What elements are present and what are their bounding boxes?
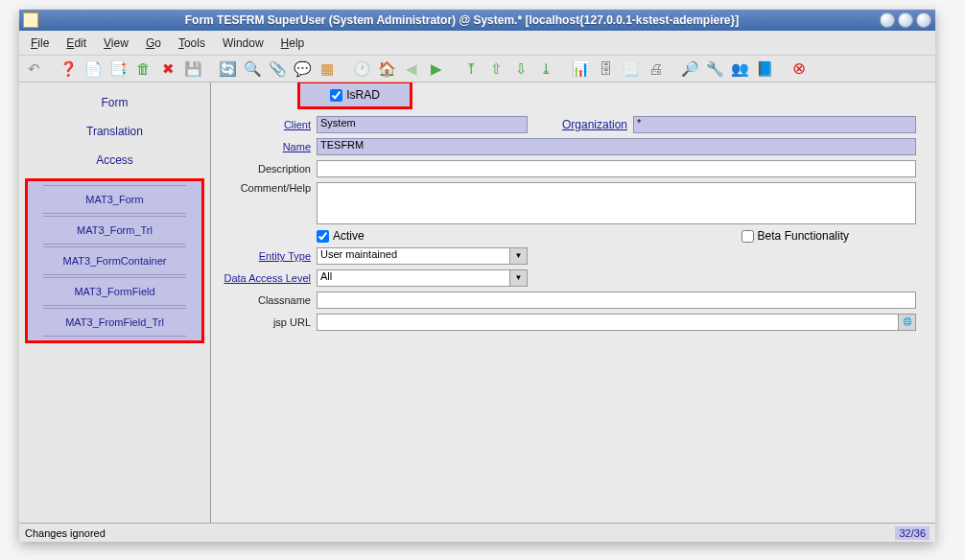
toolbar: ↶ ❓ 📄 📑 🗑 ✖ 💾 🔄 🔍 📎 💬 ▦ 🕐 🏠 ◀ ▶ ⤒ ⇧ ⇩ ⤓ … (19, 56, 935, 82)
description-field[interactable] (317, 160, 916, 177)
sidebar-item[interactable]: MAT3_Form_Trl (43, 216, 186, 245)
maximize-button[interactable] (898, 12, 913, 28)
exit-icon[interactable]: ⊗ (788, 58, 810, 80)
comment-field[interactable] (317, 182, 916, 224)
globe-icon[interactable]: 🌐 (899, 314, 916, 331)
chevron-down-icon[interactable]: ▼ (510, 269, 528, 287)
delete-icon[interactable]: 🗑 (132, 58, 153, 80)
record-counter: 32/36 (895, 526, 930, 540)
israd-label: IsRAD (346, 88, 380, 102)
print-preview-icon[interactable]: 📃 (620, 58, 641, 80)
client-label: Client (211, 119, 317, 130)
menu-help[interactable]: Help (273, 34, 313, 53)
description-label: Description (211, 163, 317, 175)
client-field[interactable]: System (317, 116, 528, 133)
first-icon[interactable]: ⤒ (460, 58, 482, 80)
close-button[interactable] (916, 12, 931, 28)
refresh-icon[interactable]: 🔄 (217, 58, 238, 80)
attach-icon[interactable]: 📎 (267, 58, 288, 80)
tab-translation[interactable]: Translation (19, 117, 210, 146)
new-icon[interactable]: 📄 (82, 58, 104, 80)
entity-type-select[interactable]: User maintained (317, 247, 510, 265)
tab-form[interactable]: Form (19, 88, 210, 117)
last-icon[interactable]: ⤓ (535, 58, 556, 80)
undo-icon[interactable]: ↶ (23, 58, 44, 80)
report-icon[interactable]: 📊 (570, 58, 591, 80)
statusbar: Changes ignored 32/36 (19, 523, 935, 542)
requests-icon[interactable]: 👥 (729, 58, 750, 80)
archive-icon[interactable]: 🗄 (595, 58, 616, 80)
titlebar: Form TESFRM SuperUser (System Administra… (19, 10, 935, 31)
comment-label: Comment/Help (211, 182, 317, 194)
sidebar-item[interactable]: MAT3_FromField_Trl (43, 308, 186, 337)
highlight-box-israd: IsRAD (297, 82, 412, 109)
beta-label: Beta Functionality (758, 229, 849, 243)
delete-x-icon[interactable]: ✖ (157, 58, 178, 80)
name-label: Name (211, 141, 317, 152)
product-icon[interactable]: 📘 (754, 58, 775, 80)
grid-icon[interactable]: ▦ (317, 58, 338, 80)
zoom-icon[interactable]: 🔎 (679, 58, 700, 80)
form-panel: IsRAD Client System Organization * Name … (211, 82, 935, 523)
menu-edit[interactable]: Edit (59, 34, 94, 53)
jsp-url-field[interactable] (317, 314, 899, 331)
window-title: Form TESFRM SuperUser (System Administra… (44, 13, 880, 27)
app-icon (23, 12, 38, 28)
print-icon[interactable]: 🖨 (645, 58, 666, 80)
organization-label: Organization (528, 118, 633, 131)
beta-checkbox[interactable] (741, 230, 754, 243)
copy-icon[interactable]: 📑 (107, 58, 129, 80)
chevron-down-icon[interactable]: ▼ (510, 247, 528, 265)
menu-tools[interactable]: Tools (171, 34, 213, 53)
classname-field[interactable] (317, 292, 916, 309)
active-label: Active (333, 229, 365, 243)
menu-go[interactable]: Go (138, 34, 169, 53)
history-icon[interactable]: 🕐 (351, 58, 372, 80)
data-access-select[interactable]: All (317, 269, 510, 287)
status-message: Changes ignored (25, 527, 106, 539)
jsp-url-label: jsp URL (211, 316, 317, 328)
home-icon[interactable]: 🏠 (376, 58, 397, 80)
organization-field[interactable]: * (633, 116, 916, 133)
find-icon[interactable]: 🔍 (242, 58, 263, 80)
active-checkbox[interactable] (317, 230, 329, 243)
minimize-button[interactable] (880, 12, 895, 28)
data-access-label: Data Access Level (211, 272, 317, 284)
workflow-icon[interactable]: 🔧 (704, 58, 725, 80)
parent-icon[interactable]: ◀ (401, 58, 422, 80)
israd-checkbox[interactable] (330, 89, 342, 102)
tab-access[interactable]: Access (19, 146, 210, 175)
entity-type-label: Entity Type (211, 250, 317, 262)
menu-window[interactable]: Window (215, 34, 271, 53)
next-icon[interactable]: ⇩ (510, 58, 531, 80)
menu-view[interactable]: View (96, 34, 136, 53)
detail-icon[interactable]: ▶ (426, 58, 447, 80)
save-icon[interactable]: 💾 (182, 58, 203, 80)
help-icon[interactable]: ❓ (58, 58, 79, 80)
menubar: File Edit View Go Tools Window Help (19, 31, 935, 56)
sidebar-item[interactable]: MAT3_FormContainer (43, 246, 186, 275)
highlight-box-sidebar: MAT3_Form MAT3_Form_Trl MAT3_FormContain… (25, 178, 204, 343)
sidebar-item[interactable]: MAT3_Form (43, 185, 186, 214)
name-field[interactable]: TESFRM (317, 138, 916, 155)
classname-label: Classname (211, 294, 317, 306)
sidebar-item[interactable]: MAT3_FormField (43, 277, 186, 306)
menu-file[interactable]: File (23, 34, 57, 53)
chat-icon[interactable]: 💬 (292, 58, 313, 80)
prev-icon[interactable]: ⇧ (485, 58, 506, 80)
sidebar: Form Translation Access MAT3_Form MAT3_F… (19, 82, 211, 523)
